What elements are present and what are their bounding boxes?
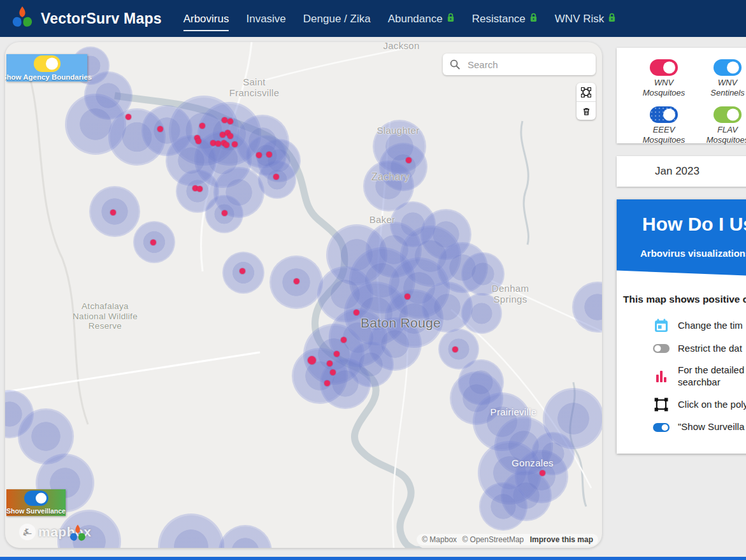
search-icon bbox=[449, 59, 461, 70]
positive-pool-dot[interactable] bbox=[232, 141, 238, 147]
positive-pool-dot[interactable] bbox=[540, 470, 545, 476]
help-panel-body: This map shows positive co Change the ti… bbox=[617, 278, 746, 443]
help-item-text: Change the tim bbox=[678, 320, 743, 332]
positive-pool-dot[interactable] bbox=[126, 114, 131, 120]
positive-pool-dot[interactable] bbox=[341, 337, 347, 343]
legend-label: EEEV Mosquitoes bbox=[643, 125, 685, 146]
tab-wnv-risk[interactable]: WNV Risk bbox=[555, 6, 616, 31]
tab-invasive[interactable]: Invasive bbox=[246, 6, 285, 31]
draw-polygon-button[interactable] bbox=[577, 83, 596, 101]
positive-pool-dot[interactable] bbox=[196, 138, 201, 144]
vectorsurv-logo-icon bbox=[10, 5, 34, 32]
calendar-icon bbox=[653, 318, 670, 333]
flav-mosquitoes-toggle[interactable] bbox=[714, 106, 742, 123]
positive-pool-dot[interactable] bbox=[240, 268, 245, 274]
osm-attribution[interactable]: © OpenStreetMap bbox=[462, 535, 524, 544]
map-attribution: © Mapbox © OpenStreetMap Improve this ma… bbox=[417, 534, 598, 545]
eeev-mosquitoes-toggle[interactable] bbox=[650, 106, 678, 123]
positive-pool-dot[interactable] bbox=[197, 186, 203, 192]
tab-resistance[interactable]: Resistance bbox=[472, 6, 538, 31]
date-label: Jan 2023 bbox=[617, 165, 738, 178]
positive-pool-dot[interactable] bbox=[222, 210, 227, 216]
tab-label: Dengue / Zika bbox=[303, 13, 371, 25]
help-item: Change the tim bbox=[623, 318, 746, 333]
wnv-sentinels-toggle[interactable] bbox=[714, 59, 742, 76]
help-panel: How Do I Us Arbovirus visualizations Thi… bbox=[617, 199, 746, 454]
legend-item-flav: FLAV Mosquitoes bbox=[696, 106, 746, 146]
date-selector-card[interactable]: Jan 2023 bbox=[617, 156, 746, 187]
legend-item-wnv: WNV Mosquitoes bbox=[632, 59, 696, 99]
help-intro-text: This map shows positive co bbox=[623, 294, 746, 305]
positive-pool-dot[interactable] bbox=[308, 356, 316, 364]
app-title: VectorSurv Maps bbox=[41, 10, 162, 27]
help-item-text: Click on the poly bbox=[678, 399, 746, 411]
wnv-mosquitoes-toggle[interactable] bbox=[650, 59, 678, 76]
delete-shape-button[interactable] bbox=[577, 101, 596, 120]
map-canvas[interactable]: JacksonSaint FrancisvilleSlaughterZachar… bbox=[5, 42, 602, 548]
help-panel-header: How Do I Us Arbovirus visualizations bbox=[617, 199, 746, 278]
positive-pool-dot[interactable] bbox=[199, 123, 205, 129]
tab-label: Invasive bbox=[246, 13, 285, 25]
nav-tabs: ArbovirusInvasiveDengue / ZikaAbundanceR… bbox=[183, 0, 617, 37]
positive-pool-dot[interactable] bbox=[294, 278, 299, 284]
toggle-on-icon bbox=[653, 422, 670, 433]
surveillance-toggle[interactable] bbox=[24, 491, 48, 506]
positive-pool-dot[interactable] bbox=[452, 347, 458, 352]
improve-map-link[interactable]: Improve this map bbox=[530, 535, 593, 544]
lock-icon bbox=[529, 13, 538, 25]
positive-pool-dot[interactable] bbox=[157, 126, 163, 132]
vectorsurv-watermark-icon bbox=[68, 524, 87, 545]
tab-label: Abundance bbox=[388, 13, 443, 25]
legend-label: WNV Sentinels bbox=[710, 78, 744, 99]
positive-pool-dot[interactable] bbox=[405, 294, 410, 299]
positive-pool-dot[interactable] bbox=[150, 240, 156, 245]
agency-boundaries-control: Show Agency Boundaries bbox=[6, 54, 87, 82]
surveillance-label: Show Surveillance bbox=[6, 507, 66, 515]
lock-icon bbox=[447, 13, 455, 25]
positive-pool-layer bbox=[5, 42, 602, 548]
positive-pool-dot[interactable] bbox=[222, 117, 227, 123]
legend-label: WNV Mosquitoes bbox=[643, 78, 685, 99]
tab-label: WNV Risk bbox=[555, 13, 604, 25]
positive-pool-dot[interactable] bbox=[330, 370, 336, 375]
positive-pool-dot[interactable] bbox=[110, 210, 116, 215]
positive-pool-dot[interactable] bbox=[224, 142, 229, 148]
help-item-text: "Show Surveilla bbox=[678, 421, 745, 433]
draw-tools bbox=[577, 83, 596, 120]
positive-pool-dot[interactable] bbox=[227, 133, 233, 139]
positive-pool-dot[interactable] bbox=[324, 380, 330, 386]
legend-label: FLAV Mosquitoes bbox=[707, 125, 746, 146]
agency-boundaries-label: Show Agency Boundaries bbox=[5, 73, 92, 81]
help-item: Click on the poly bbox=[623, 398, 746, 412]
toggle-off-icon bbox=[653, 343, 670, 354]
tab-abundance[interactable]: Abundance bbox=[388, 6, 455, 31]
surveillance-control: Show Surveillance bbox=[6, 489, 66, 516]
help-item: "Show Surveilla bbox=[623, 421, 746, 433]
tab-label: Resistance bbox=[472, 13, 526, 25]
help-item-text: For the detailed searchbar bbox=[678, 364, 744, 389]
positive-pool-dot[interactable] bbox=[256, 152, 262, 158]
search-input[interactable] bbox=[466, 59, 596, 71]
brand[interactable]: VectorSurv Maps bbox=[10, 5, 162, 32]
positive-pool-dot[interactable] bbox=[327, 361, 333, 366]
mapbox-attribution[interactable]: © Mapbox bbox=[422, 535, 457, 544]
help-item: Restrict the dat bbox=[623, 343, 746, 355]
positive-pool-dot[interactable] bbox=[334, 351, 340, 357]
top-navbar: VectorSurv Maps ArbovirusInvasiveDengue … bbox=[0, 0, 746, 37]
legend-item-eeev: EEEV Mosquitoes bbox=[632, 106, 696, 146]
tab-dengue-zika[interactable]: Dengue / Zika bbox=[303, 6, 371, 31]
tab-label: Arbovirus bbox=[183, 13, 229, 25]
positive-pool-dot[interactable] bbox=[266, 152, 272, 157]
positive-pool-dot[interactable] bbox=[354, 310, 359, 315]
help-title: How Do I Us bbox=[642, 213, 746, 235]
virus-legend-card: WNV MosquitoesWNV SentinelsEEEV Mosquito… bbox=[617, 48, 746, 143]
positive-pool-dot[interactable] bbox=[273, 174, 279, 180]
tab-arbovirus[interactable]: Arbovirus bbox=[183, 6, 229, 31]
map-search bbox=[443, 54, 596, 75]
positive-pool-dot[interactable] bbox=[227, 118, 233, 124]
help-item-text: Restrict the dat bbox=[678, 343, 742, 355]
positive-pool-dot[interactable] bbox=[215, 141, 221, 147]
draw-polygon-icon bbox=[653, 398, 670, 412]
positive-pool-dot[interactable] bbox=[406, 157, 412, 163]
agency-boundaries-toggle[interactable] bbox=[34, 55, 61, 72]
